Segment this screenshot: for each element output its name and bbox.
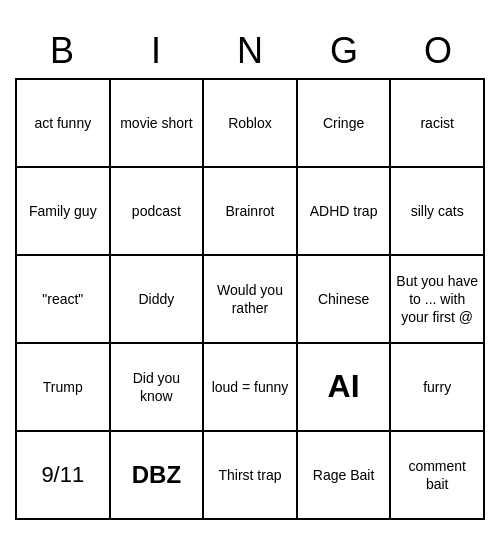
bingo-header-letter: G bbox=[299, 30, 389, 72]
bingo-cell-r1-c4: silly cats bbox=[391, 168, 485, 256]
bingo-header: BINGO bbox=[15, 24, 485, 78]
bingo-cell-r3-c3: AI bbox=[298, 344, 392, 432]
bingo-cell-r2-c0: "react" bbox=[17, 256, 111, 344]
bingo-cell-r4-c0: 9/11 bbox=[17, 432, 111, 520]
bingo-cell-r3-c1: Did you know bbox=[111, 344, 205, 432]
bingo-header-letter: O bbox=[393, 30, 483, 72]
bingo-cell-r0-c1: movie short bbox=[111, 80, 205, 168]
bingo-cell-r0-c0: act funny bbox=[17, 80, 111, 168]
bingo-cell-r4-c3: Rage Bait bbox=[298, 432, 392, 520]
bingo-header-letter: I bbox=[111, 30, 201, 72]
bingo-cell-r3-c4: furry bbox=[391, 344, 485, 432]
bingo-cell-r2-c3: Chinese bbox=[298, 256, 392, 344]
bingo-cell-r0-c4: racist bbox=[391, 80, 485, 168]
bingo-cell-r3-c0: Trump bbox=[17, 344, 111, 432]
bingo-cell-r2-c4: But you have to ... with your first @ bbox=[391, 256, 485, 344]
bingo-cell-r4-c4: comment bait bbox=[391, 432, 485, 520]
bingo-cell-r0-c3: Cringe bbox=[298, 80, 392, 168]
bingo-cell-r1-c0: Family guy bbox=[17, 168, 111, 256]
bingo-header-letter: N bbox=[205, 30, 295, 72]
bingo-cell-r1-c1: podcast bbox=[111, 168, 205, 256]
bingo-cell-r2-c1: Diddy bbox=[111, 256, 205, 344]
bingo-cell-r4-c2: Thirst trap bbox=[204, 432, 298, 520]
bingo-grid: act funnymovie shortRobloxCringeracistFa… bbox=[15, 78, 485, 520]
bingo-cell-r3-c2: loud = funny bbox=[204, 344, 298, 432]
bingo-header-letter: B bbox=[17, 30, 107, 72]
bingo-cell-r1-c2: Brainrot bbox=[204, 168, 298, 256]
bingo-card: BINGO act funnymovie shortRobloxCringera… bbox=[15, 24, 485, 520]
bingo-cell-r0-c2: Roblox bbox=[204, 80, 298, 168]
bingo-cell-r4-c1: DBZ bbox=[111, 432, 205, 520]
bingo-cell-r1-c3: ADHD trap bbox=[298, 168, 392, 256]
bingo-cell-r2-c2: Would you rather bbox=[204, 256, 298, 344]
